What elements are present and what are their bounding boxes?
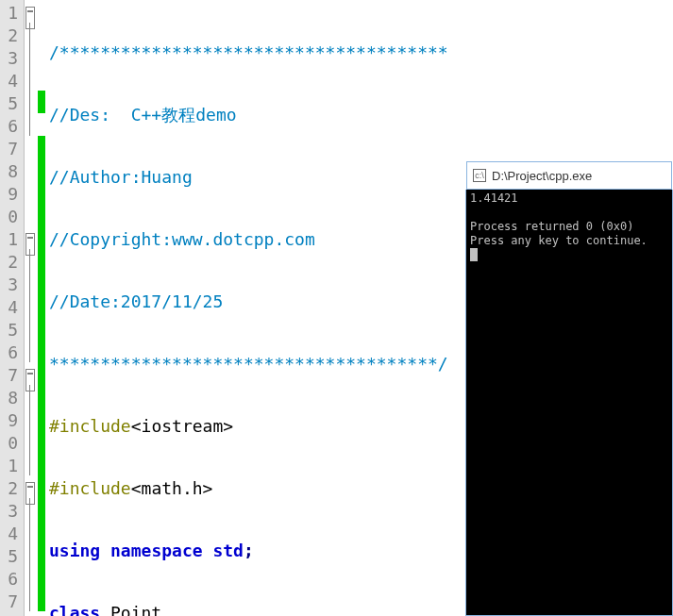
fold-cell[interactable] bbox=[25, 498, 38, 521]
line-number: 2 bbox=[4, 251, 18, 274]
fold-cell[interactable] bbox=[25, 543, 38, 566]
console-line: 1.41421 bbox=[470, 191, 518, 205]
fold-guide bbox=[29, 317, 30, 340]
line-number: 9 bbox=[4, 183, 18, 206]
comment-text: /************************************** bbox=[49, 42, 448, 62]
fold-cell[interactable] bbox=[25, 181, 38, 204]
fold-guide bbox=[29, 566, 30, 589]
fold-cell[interactable] bbox=[25, 362, 38, 385]
fold-cell[interactable] bbox=[25, 45, 38, 68]
fold-cell[interactable] bbox=[25, 113, 38, 136]
line-number: 0 bbox=[4, 206, 18, 228]
include-header: <iostream> bbox=[131, 416, 233, 436]
fold-cell[interactable] bbox=[25, 317, 38, 340]
console-cursor bbox=[470, 248, 478, 261]
line-number-gutter: 123456789012345678901234567 bbox=[0, 0, 25, 616]
class-name: Point bbox=[100, 603, 161, 616]
change-marker bbox=[38, 317, 45, 340]
line-number: 6 bbox=[4, 115, 18, 138]
fold-cell[interactable] bbox=[25, 204, 38, 226]
fold-guide bbox=[29, 68, 30, 91]
fold-cell[interactable] bbox=[25, 249, 38, 272]
console-window[interactable]: c:\ D:\Project\cpp.exe 1.41421 Process r… bbox=[465, 190, 673, 616]
change-marker bbox=[38, 543, 45, 566]
fold-cell[interactable] bbox=[25, 340, 38, 362]
line-number: 8 bbox=[4, 160, 18, 183]
fold-cell[interactable] bbox=[25, 408, 38, 430]
change-marker bbox=[38, 45, 45, 68]
line-number: 5 bbox=[4, 319, 18, 341]
console-output: 1.41421 Process returned 0 (0x0) Press a… bbox=[466, 190, 672, 615]
fold-cell[interactable] bbox=[25, 453, 38, 475]
change-marker bbox=[38, 226, 45, 249]
line-number: 1 bbox=[4, 2, 18, 25]
console-app-icon: c:\ bbox=[473, 169, 486, 182]
fold-guide bbox=[29, 340, 30, 362]
fold-cell[interactable] bbox=[25, 589, 38, 611]
line-number: 7 bbox=[4, 138, 18, 160]
line-number: 2 bbox=[4, 477, 18, 500]
fold-column[interactable] bbox=[25, 0, 38, 616]
change-marker bbox=[38, 0, 45, 23]
change-marker bbox=[38, 521, 45, 543]
line-number: 1 bbox=[4, 455, 18, 477]
line-number: 0 bbox=[4, 432, 18, 455]
fold-guide bbox=[29, 113, 30, 136]
fold-guide bbox=[29, 23, 30, 45]
fold-cell[interactable] bbox=[25, 566, 38, 589]
change-marker bbox=[38, 204, 45, 226]
change-marker bbox=[38, 68, 45, 91]
change-marker bbox=[38, 181, 45, 204]
line-number: 3 bbox=[4, 500, 18, 523]
fold-cell[interactable] bbox=[25, 91, 38, 113]
comment-text: //Copyright:www.dotcpp.com bbox=[49, 229, 315, 249]
fold-guide bbox=[29, 272, 30, 294]
change-marker bbox=[38, 113, 45, 136]
keyword: class bbox=[49, 603, 100, 616]
change-marker-column bbox=[38, 0, 45, 616]
console-line: Press any key to continue. bbox=[470, 234, 648, 247]
fold-cell[interactable] bbox=[25, 158, 38, 181]
line-number: 3 bbox=[4, 274, 18, 296]
change-marker bbox=[38, 294, 45, 317]
fold-cell[interactable] bbox=[25, 475, 38, 498]
change-marker bbox=[38, 475, 45, 498]
fold-guide bbox=[29, 498, 30, 521]
line-number: 7 bbox=[4, 591, 18, 613]
line-number: 8 bbox=[4, 387, 18, 409]
punct: ; bbox=[244, 541, 254, 560]
change-marker bbox=[38, 23, 45, 45]
console-titlebar[interactable]: c:\ D:\Project\cpp.exe bbox=[466, 161, 672, 190]
change-marker bbox=[38, 158, 45, 181]
change-marker bbox=[38, 385, 45, 408]
line-number: 3 bbox=[4, 47, 18, 70]
line-number: 4 bbox=[4, 523, 18, 545]
identifier: std bbox=[212, 541, 244, 560]
fold-cell[interactable] bbox=[25, 430, 38, 453]
change-marker bbox=[38, 430, 45, 453]
preprocessor: #include bbox=[49, 478, 131, 498]
line-number: 1 bbox=[4, 228, 18, 251]
line-number: 7 bbox=[4, 364, 18, 387]
fold-cell[interactable] bbox=[25, 0, 38, 23]
console-title-text: D:\Project\cpp.exe bbox=[492, 169, 592, 183]
fold-cell[interactable] bbox=[25, 521, 38, 543]
change-marker bbox=[38, 566, 45, 589]
fold-cell[interactable] bbox=[25, 136, 38, 158]
line-number: 5 bbox=[4, 92, 18, 115]
fold-cell[interactable] bbox=[25, 385, 38, 408]
line-number: 4 bbox=[4, 70, 18, 92]
change-marker bbox=[38, 408, 45, 430]
fold-guide bbox=[29, 45, 30, 68]
fold-cell[interactable] bbox=[25, 68, 38, 91]
fold-guide bbox=[29, 430, 30, 453]
line-number: 4 bbox=[4, 296, 18, 319]
fold-cell[interactable] bbox=[25, 294, 38, 317]
fold-cell[interactable] bbox=[25, 272, 38, 294]
fold-cell[interactable] bbox=[25, 23, 38, 45]
change-marker bbox=[38, 453, 45, 475]
change-marker bbox=[38, 249, 45, 272]
fold-guide bbox=[29, 249, 30, 272]
fold-cell[interactable] bbox=[25, 226, 38, 249]
console-line: Process returned 0 (0x0) bbox=[470, 220, 633, 233]
